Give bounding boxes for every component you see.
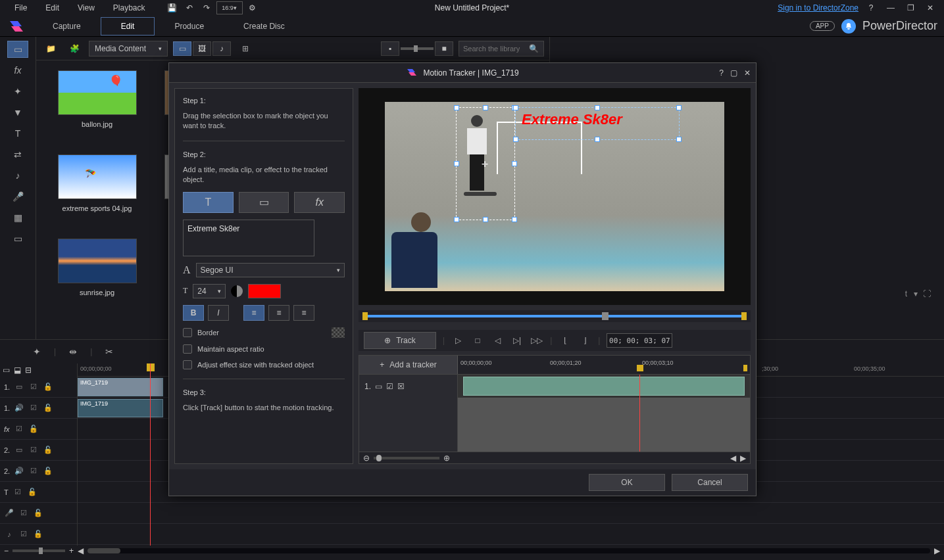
media-item[interactable]: 🎈 ballon.jpg bbox=[46, 70, 148, 128]
gear-icon[interactable]: ⚙ bbox=[245, 1, 260, 14]
track-header[interactable]: 2.🔊☑🔓 bbox=[0, 461, 77, 482]
track-lock-icon[interactable]: 🔓 bbox=[43, 404, 53, 412]
scroll-left-icon[interactable]: ◀ bbox=[78, 546, 84, 555]
cancel-button[interactable]: Cancel bbox=[672, 474, 748, 491]
tab-capture[interactable]: Capture bbox=[33, 18, 101, 35]
align-center-button[interactable]: ≡ bbox=[268, 305, 289, 321]
particle-room-icon[interactable]: ▼ bbox=[7, 104, 28, 121]
redo-icon[interactable]: ↷ bbox=[199, 1, 214, 14]
title-room-icon[interactable]: T bbox=[7, 125, 28, 142]
filter-audio-icon[interactable]: ♪ bbox=[212, 41, 231, 56]
mark-out-icon[interactable]: ⌋ bbox=[578, 336, 591, 345]
track-visible-icon[interactable]: ☑ bbox=[28, 467, 39, 475]
bold-button[interactable]: B bbox=[183, 305, 204, 321]
media-item[interactable]: 🪂 extreme sports 04.jpg bbox=[46, 154, 148, 212]
undo-icon[interactable]: ↶ bbox=[182, 1, 197, 14]
scrub-head-icon[interactable] bbox=[602, 312, 609, 320]
zoom-slider[interactable] bbox=[12, 549, 65, 552]
track-header[interactable]: 2.▭☑🔓 bbox=[0, 440, 77, 461]
help-icon[interactable]: ? bbox=[864, 1, 878, 14]
tracker-playhead-marker[interactable] bbox=[637, 365, 643, 371]
tracker-scroll-right-icon[interactable]: ▶ bbox=[740, 454, 746, 463]
adjust-size-checkbox[interactable] bbox=[183, 360, 192, 369]
next-frame-icon[interactable]: ▷| bbox=[510, 336, 524, 345]
ok-button[interactable]: OK bbox=[589, 474, 665, 491]
close-icon[interactable]: ✕ bbox=[923, 1, 937, 14]
tracker-playhead[interactable] bbox=[639, 375, 640, 398]
menu-view[interactable]: View bbox=[70, 2, 103, 14]
dialog-maximize-icon[interactable]: ▢ bbox=[730, 68, 737, 78]
track-header[interactable]: 1.▭☑🔓 bbox=[0, 377, 77, 398]
size-small-icon[interactable]: ▪ bbox=[381, 41, 399, 56]
aspect-checkbox[interactable] bbox=[183, 344, 192, 354]
popout-icon[interactable]: ⛶ bbox=[923, 289, 931, 298]
in-marker-icon[interactable] bbox=[362, 312, 368, 320]
fit-dropdown[interactable]: t ▾ bbox=[905, 289, 918, 298]
tracker-selection-box[interactable]: ✛ bbox=[456, 107, 515, 220]
track-lock-icon[interactable]: 🔓 bbox=[43, 383, 53, 391]
mark-in-icon[interactable]: ⌊ bbox=[559, 336, 572, 345]
tracker-clip[interactable] bbox=[463, 377, 745, 396]
tracker-track-header[interactable]: 1. ▭ ☑ ☒ bbox=[359, 375, 458, 398]
title-overlay-text[interactable]: Extreme Sk8er bbox=[522, 111, 622, 128]
grid-view-icon[interactable]: ⊞ bbox=[236, 41, 255, 57]
tracker-preview[interactable]: ✛ Extreme Sk8er bbox=[359, 88, 751, 305]
fast-forward-icon[interactable]: ▷▷ bbox=[530, 336, 543, 345]
italic-button[interactable]: I bbox=[208, 305, 229, 321]
contrast-icon[interactable] bbox=[231, 285, 243, 297]
search-box[interactable]: 🔍 bbox=[459, 41, 544, 57]
thumb-size-slider[interactable] bbox=[401, 47, 434, 50]
prev-frame-icon[interactable]: ◁ bbox=[491, 336, 504, 345]
play-icon[interactable]: ▷ bbox=[451, 336, 464, 345]
aspect-ratio-dropdown[interactable]: 16:9 ▾ bbox=[216, 1, 243, 14]
zoom-in-icon[interactable]: + bbox=[69, 546, 74, 555]
track-header[interactable]: 1.🔊☑🔓 bbox=[0, 398, 77, 419]
track-visible-icon[interactable]: ☑ bbox=[28, 446, 39, 454]
plugin-icon[interactable]: 🧩 bbox=[65, 41, 84, 57]
timeline-marker-icon[interactable]: ⬓ bbox=[14, 365, 21, 375]
track-header[interactable]: T☑🔓 bbox=[0, 482, 77, 503]
track-button[interactable]: ⊕ Track bbox=[364, 332, 436, 349]
size-large-icon[interactable]: ■ bbox=[435, 41, 453, 56]
border-checkbox[interactable] bbox=[183, 328, 192, 337]
font-family-dropdown[interactable]: Segoe UI▾ bbox=[196, 263, 345, 277]
chapter-room-icon[interactable]: ▦ bbox=[7, 209, 28, 226]
dialog-help-icon[interactable]: ? bbox=[719, 68, 724, 78]
tracker-ruler[interactable]: 00;00;00;00 00;00;01;20 00;00;03;10 bbox=[458, 356, 750, 374]
tracker-out-marker[interactable] bbox=[743, 365, 747, 371]
track-lock-icon[interactable]: 🔓 bbox=[27, 488, 37, 496]
save-icon[interactable]: 💾 bbox=[165, 1, 180, 14]
menu-playback[interactable]: Playback bbox=[105, 2, 153, 14]
playhead-marker-icon[interactable] bbox=[147, 363, 155, 371]
tracker-visible-icon[interactable]: ☑ bbox=[386, 382, 393, 391]
tracker-track[interactable] bbox=[458, 375, 750, 398]
track-header[interactable]: fx☑🔓 bbox=[0, 419, 77, 440]
track-lock-icon[interactable]: 🔓 bbox=[33, 509, 43, 517]
out-marker-icon[interactable] bbox=[741, 312, 747, 320]
fx-room-icon[interactable]: fx bbox=[7, 62, 28, 79]
magic-tool-icon[interactable]: ✦ bbox=[33, 346, 41, 357]
signin-link[interactable]: Sign in to DirectorZone bbox=[778, 3, 858, 12]
add-title-button[interactable]: T bbox=[183, 192, 234, 213]
add-media-button[interactable]: ▭ bbox=[239, 192, 289, 213]
track-visible-icon[interactable]: ☑ bbox=[28, 404, 39, 412]
track-header[interactable]: 🎤☑🔓 bbox=[0, 503, 77, 524]
track-header[interactable]: ♪☑🔓 bbox=[0, 524, 77, 545]
playhead-line[interactable] bbox=[150, 363, 151, 546]
tracker-scroll-left-icon[interactable]: ◀ bbox=[730, 454, 736, 463]
add-tracker-button[interactable]: + Add a tracker bbox=[359, 356, 458, 374]
align-left-button[interactable]: ≡ bbox=[243, 305, 264, 321]
media-filter-dropdown[interactable]: Media Content▾ bbox=[89, 41, 168, 57]
search-icon[interactable]: 🔍 bbox=[529, 44, 539, 53]
tab-edit[interactable]: Edit bbox=[101, 17, 155, 35]
align-right-button[interactable]: ≡ bbox=[293, 305, 314, 321]
track-visible-icon[interactable]: ☑ bbox=[14, 425, 24, 433]
stop-icon[interactable]: □ bbox=[471, 336, 484, 345]
maximize-icon[interactable]: ❐ bbox=[903, 1, 918, 14]
tracker-zoom-in-icon[interactable]: ⊕ bbox=[443, 454, 450, 463]
cut-tool-icon[interactable]: ✂ bbox=[105, 346, 113, 357]
font-color-swatch[interactable] bbox=[248, 284, 281, 298]
app-badge[interactable]: APP bbox=[810, 21, 835, 31]
menu-edit[interactable]: Edit bbox=[37, 2, 67, 14]
tracker-zoom-slider[interactable] bbox=[374, 457, 439, 459]
